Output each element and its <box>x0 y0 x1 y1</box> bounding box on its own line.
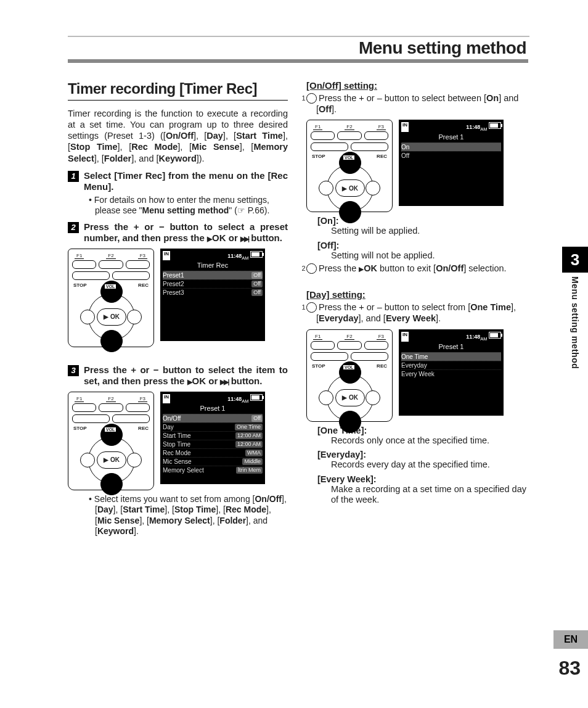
day-instruction: 1Press the + or – button to select from … <box>316 302 526 324</box>
content-columns: Timer recording [Timer Rec] Timer record… <box>68 80 526 542</box>
intro-paragraph: Timer recording is the function to execu… <box>68 108 288 164</box>
figure-row-day: F1F2F3 STOPREC VOL ▶ OK IN11:48AM Preset… <box>306 329 526 422</box>
lcd-day: IN11:48AM Preset 1 One Time Everyday Eve… <box>399 329 504 416</box>
rew-button-icon <box>80 310 95 324</box>
def-everyday: [Everyday]: Records every day at the spe… <box>317 450 526 470</box>
lcd-onoff: IN11:48AM Preset 1 On Off <box>399 120 504 206</box>
chapter-side-label: Menu setting method <box>570 276 580 369</box>
section-heading: Timer recording [Timer Rec] <box>68 80 288 101</box>
step-3-note: Select items you want to set from among … <box>95 494 288 537</box>
rule-thick <box>68 59 528 63</box>
ff-button-icon <box>127 310 142 324</box>
device-illustration: F1F2F3 STOPREC VOL ▶ OK <box>68 249 154 347</box>
step-3-text: Press the + or − button to select the it… <box>84 364 288 387</box>
device-illustration: F1F2F3 STOPREC VOL ▶ OK <box>306 120 393 212</box>
step-1-note: For details on how to enter the menu set… <box>95 195 288 216</box>
onoff-exit: 2Press the OK button to exit [On/Off] se… <box>316 263 526 274</box>
step-3: 3 Press the + or − button to select the … <box>68 364 288 387</box>
step-1: 1 Select [Timer Rec] from the menu on th… <box>68 170 288 192</box>
language-badge: EN <box>553 630 588 649</box>
chapter-side-tab: 3 Menu setting method <box>562 247 588 369</box>
minus-button-icon <box>100 330 123 352</box>
column-right: [On/Off] setting: 1Press the + or – butt… <box>306 80 526 542</box>
lcd-preset1-items: IN11:48AM Preset 1 On/OffOff DayOne Time… <box>160 392 265 484</box>
device-illustration: F1F2F3 STOPREC VOL ▶ OK <box>306 329 393 422</box>
figure-row-1: F1F2F3 STOPREC VOL ▶ OK <box>68 249 288 347</box>
device-illustration: F1F2F3 STOPREC VOL ▶ OK <box>68 392 154 490</box>
step-1-text: Select [Timer Rec] from the menu on the … <box>84 170 288 192</box>
chapter-number-box: 3 <box>562 247 588 273</box>
lcd-timer-rec: IN11:48AM Timer Rec Preset1Off Preset2Of… <box>160 249 265 341</box>
onoff-instruction: 1Press the + or – button to select betwe… <box>316 93 526 115</box>
step-number-icon: 2 <box>68 222 79 233</box>
step-2: 2 Press the + or − button to select a pr… <box>68 221 288 244</box>
column-left: Timer recording [Timer Rec] Timer record… <box>68 80 288 542</box>
step-number-icon: 3 <box>68 365 79 376</box>
rule-thin <box>68 36 529 37</box>
day-heading: [Day] setting: <box>306 289 526 300</box>
def-off: [Off]: Setting will not be applied. <box>317 241 526 261</box>
ok-button-icon: ▶ OK <box>97 308 126 326</box>
def-everyweek: [Every Week]: Make a recording at a set … <box>317 474 526 506</box>
manual-page: Menu setting method Timer recording [Tim… <box>0 0 588 708</box>
onoff-heading: [On/Off] setting: <box>306 80 526 91</box>
figure-row-2: F1F2F3 STOPREC VOL ▶ OK IN11:48AM Preset… <box>68 392 288 490</box>
figure-row-onoff: F1F2F3 STOPREC VOL ▶ OK IN11:48AM Preset… <box>306 120 526 212</box>
chapter-title: Menu setting method <box>359 38 526 58</box>
page-number: 83 <box>558 657 581 680</box>
step-2-text: Press the + or − button to select a pres… <box>84 221 288 244</box>
step-number-icon: 1 <box>68 171 79 182</box>
